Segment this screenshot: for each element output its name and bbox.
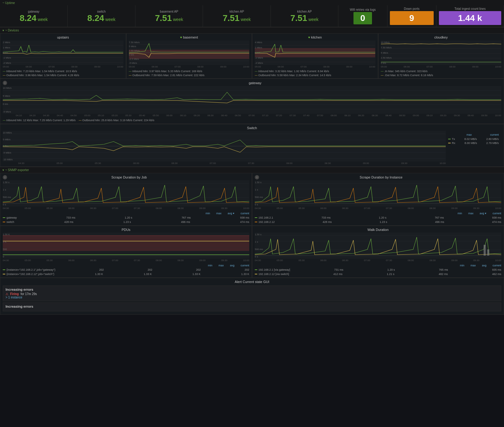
down-ports-cell: Down ports 9 — [387, 5, 436, 27]
scrape-job-info-icon[interactable]: i — [3, 175, 7, 179]
devices-small-charts: upstairs 2 Mb/s1 Mb/s0 b/s-1 Mb/s-2 Mb/s — [0, 33, 504, 79]
basement-panel: ♥ basement 7.50 Mb/s5 Mb/s2.50 Mb/s0 b/s… — [126, 33, 252, 79]
pdus-title: PDUs — [3, 228, 249, 232]
gateway-chart-area: 10 Mb/s5 Mb/s0 b/s-5 Mb/s — [3, 86, 501, 114]
gateway-legend: — Inbound Min: 12 kb/s Max: 7.25 Mb/s Cu… — [3, 118, 501, 122]
uptime-kitchen-ap-2: kitchen AP 7.51week — [271, 5, 338, 27]
uptime-basement-ap: basement AP 7.51week — [135, 5, 203, 27]
pdus-panel: PDUs 1.50 K1 K5000 — [0, 226, 252, 278]
uptime-section: ~ Uptime gateway 8.24week switch 8.24wee… — [0, 0, 504, 27]
snmp-job-row-switch: switch 428 ms 1.23 s 496 ms 474 ms — [3, 220, 249, 224]
alert-item-1: Increasing errors ⚠ Firing for 17m 29s >… — [3, 285, 501, 301]
switch-chart-area: 10 MB/s5 MB/s0 B/s-5 MB/s-10 MB/s — [3, 131, 446, 162]
uptime-kitchen-ap-2-value: 7.51week — [290, 14, 318, 23]
svg-rect-40 — [3, 236, 249, 251]
upstairs-panel: upstairs 2 Mb/s1 Mb/s0 b/s-1 Mb/s-2 Mb/s — [0, 33, 126, 79]
cloudkey-panel: cloudkey 10 Mb/s7.50 Mb/s5 Mb/s2.50 Mb/s… — [378, 33, 504, 79]
walk-row-1: 192.168.2.1 [via gateway] 731 ms 1.20 s … — [255, 268, 501, 272]
uptime-gateway-value: 8.24week — [20, 14, 48, 23]
kitchen-panel: ♥ kitchen 4 Mb/s2 Mb/s0 b/s-2 Mb/s-4 Mb/… — [252, 33, 378, 79]
rx-icon — [448, 143, 451, 143]
basement-legend: — Inbound Min: 3.97 kb/s Max: 5.33 Mb/s … — [129, 69, 250, 77]
uptime-kitchen-ap: kitchen AP 7.51week — [203, 5, 271, 27]
gateway-info-icon[interactable]: i — [3, 81, 7, 85]
alert-title: Alert Current state GUI — [3, 280, 501, 284]
chevron-down-icon: ▾ — [2, 29, 4, 32]
scrape-job-title: Scrape Duration by Job — [9, 175, 249, 179]
snmp-header[interactable]: ▾ ~ SNMP exporter — [0, 167, 504, 173]
upstairs-chart: 2 Mb/s1 Mb/s0 b/s-1 Mb/s-2 Mb/s — [3, 40, 123, 65]
scrape-instance-panel: i Scrape Duration by Instance 1.50 s1 s5… — [252, 173, 504, 226]
walk-duration-chart: 1.50 s1 s500 ms0 s — [255, 232, 501, 259]
walk-duration-panel: Walk Duration 1.50 s1 s500 ms0 s — [252, 226, 504, 278]
scrape-instance-info-icon[interactable]: i — [255, 175, 259, 179]
walk-duration-title: Walk Duration — [255, 228, 501, 232]
alert-firing-icon: ⚠ — [6, 292, 8, 296]
alert-1-instance[interactable]: > 1 instance — [6, 296, 498, 299]
total-ingest-title: Total ingest count lines — [454, 7, 485, 10]
svg-rect-5 — [129, 50, 250, 59]
snmp-instance-row-1: 192.168.2.1 733 ms 1.20 s 767 ms 938 ms — [255, 216, 501, 220]
uptime-switch-title: switch — [97, 10, 106, 13]
gateway-panel: i gateway 10 Mb/s5 Mb/s0 b/s-5 Mb/s 04:1… — [0, 79, 504, 124]
uptime-label: ~ Uptime — [2, 1, 15, 5]
total-ingest-cell: Total ingest count lines 1.44 k — [436, 5, 504, 27]
down-ports-badge: 9 — [390, 11, 434, 25]
scrape-job-panel: i Scrape Duration by Job 1.50 s1 s500 ms… — [0, 173, 252, 226]
cloudkey-chart: 10 Mb/s7.50 Mb/s5 Mb/s2.50 Mb/s0 b/s — [381, 40, 502, 65]
scrape-job-chart: 1.50 s1 s500 ms0 s — [3, 180, 249, 207]
pdus-chart: 1.50 K1 K5000 — [3, 232, 249, 259]
upstairs-title: upstairs — [3, 35, 123, 39]
devices-label: ~ Devices — [5, 29, 19, 32]
scrape-instance-title: Scrape Duration by Instance — [261, 175, 501, 179]
walk-row-2: 192.168.2.12 [via switch] 412 ms 1.21 s … — [255, 272, 501, 276]
wifi-retries-title: Wifi retries via logs — [350, 8, 376, 11]
switch-panel: Switch 10 MB — [0, 124, 504, 167]
uptime-kitchen-ap-title: kitchen AP — [229, 10, 244, 13]
uptime-kitchen-ap-value: 7.51week — [223, 14, 251, 23]
alert-1-duration: for 17m 29s — [21, 292, 37, 296]
uptime-gateway: gateway 8.24week — [0, 5, 68, 27]
alert-panel: Alert Current state GUI Increasing error… — [0, 278, 504, 315]
pdus-row-1: {instance="192.168.2.1",job="gateway"} 2… — [3, 268, 249, 272]
switch-chart-title: Switch — [3, 126, 501, 130]
tx-icon — [448, 139, 451, 139]
wifi-retries-cell: Wifi retries via logs 0 — [338, 5, 387, 27]
snmp-label: ~ SNMP exporter — [5, 168, 29, 172]
alert-section: Alert Current state GUI Increasing error… — [0, 278, 504, 315]
kitchen-title: ♥ kitchen — [255, 35, 375, 39]
down-ports-title: Down ports — [404, 7, 419, 10]
uptime-gateway-title: gateway — [28, 10, 39, 13]
uptime-basement-ap-title: basement AP — [160, 10, 178, 13]
basement-title: ♥ basement — [129, 35, 250, 39]
uptime-basement-ap-value: 7.51week — [155, 14, 183, 23]
scrape-instance-chart: 1.50 s1 s500 ms0 s — [255, 180, 501, 207]
svg-rect-51 — [484, 245, 486, 256]
svg-rect-52 — [487, 249, 489, 256]
uptime-header[interactable]: ~ Uptime — [0, 0, 504, 5]
snmp-row-2: PDUs 1.50 K1 K5000 — [0, 226, 504, 278]
alert-item-2: Increasing errors — [3, 302, 501, 311]
devices-section: ▾ ~ Devices upstairs — [0, 27, 504, 167]
gateway-chart-title: gateway — [9, 81, 501, 85]
alert-1-title: Increasing errors — [6, 288, 498, 291]
alert-2-title: Increasing errors — [6, 305, 498, 308]
wifi-retries-badge: 0 — [353, 12, 372, 24]
devices-header[interactable]: ▾ ~ Devices — [0, 27, 504, 33]
cloudkey-legend: — .In Max: 345 kb/s Current: 323 kb/s — … — [381, 69, 502, 77]
kitchen-chart: 4 Mb/s2 Mb/s0 b/s-2 Mb/s-4 Mb/s — [255, 40, 375, 65]
kitchen-legend: — Inbound Min: 3.32 kb/s Max: 1.92 Mb/s … — [255, 69, 375, 77]
pdus-row-2: {instance="192.168.2.12",job="switch"} 1… — [3, 272, 249, 276]
snmp-instance-row-2: 192.168.2.12 428 ms 1.23 s 496 ms 474 ms — [255, 220, 501, 224]
cloudkey-title: cloudkey — [381, 35, 502, 39]
chevron-down-icon-snmp: ▾ — [2, 168, 4, 172]
uptime-row: gateway 8.24week switch 8.24week basemen… — [0, 5, 504, 27]
uptime-kitchen-ap-2-title: kitchen AP — [297, 10, 312, 13]
snmp-section: ▾ ~ SNMP exporter i Scrape Duration by J… — [0, 167, 504, 278]
total-ingest-badge: 1.44 k — [439, 11, 501, 25]
uptime-switch-value: 8.24week — [87, 14, 115, 23]
basement-chart: 7.50 Mb/s5 Mb/s2.50 Mb/s0 b/s-2.5 Mb/s-5… — [129, 40, 250, 65]
uptime-switch: switch 8.24week — [68, 5, 135, 27]
snmp-row-1: i Scrape Duration by Job 1.50 s1 s500 ms… — [0, 173, 504, 226]
alert-1-status: Firing — [10, 292, 19, 296]
